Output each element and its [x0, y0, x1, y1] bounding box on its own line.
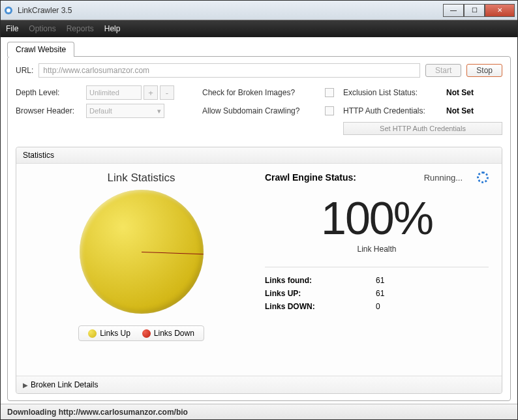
chart-title: Link Statistics: [108, 172, 175, 185]
close-button[interactable]: ✕: [485, 4, 515, 17]
url-row: URL: Start Stop: [16, 63, 502, 78]
app-window: LinkCrawler 3.5 — ☐ ✕ File Options Repor…: [0, 0, 518, 420]
depth-input: [86, 85, 142, 100]
legend-links-down: Links Down: [142, 329, 194, 338]
titlebar[interactable]: LinkCrawler 3.5 — ☐ ✕: [1, 1, 517, 20]
window-title: LinkCrawler 3.5: [18, 6, 443, 15]
swatch-down-icon: [142, 329, 151, 338]
content-panel: URL: Start Stop Depth Level: + - Check f…: [7, 56, 511, 401]
url-label: URL:: [16, 66, 33, 75]
links-down-row: Links DOWN:0: [265, 302, 489, 311]
config-grid: Depth Level: + - Check for Broken Images…: [16, 85, 502, 135]
menu-file[interactable]: File: [6, 24, 18, 33]
statistics-section: Statistics Link Statistics Links Up Link…: [16, 147, 502, 394]
broken-images-label: Check for Broken Images?: [202, 88, 320, 97]
start-button: Start: [425, 64, 461, 77]
menubar: File Options Reports Help: [1, 20, 517, 37]
browser-header-label: Browser Header:: [16, 106, 81, 115]
window-controls: — ☐ ✕: [443, 4, 515, 17]
engine-status-column: Crawl Engine Status: Running... 100% Lin…: [265, 172, 489, 368]
menu-help[interactable]: Help: [104, 24, 121, 33]
stop-button[interactable]: Stop: [466, 64, 502, 77]
exclusion-value: Not Set: [446, 88, 502, 97]
auth-label: HTTP Auth Credentials:: [343, 106, 441, 115]
chevron-down-icon: ▾: [157, 107, 161, 115]
tab-bar: Crawl Website: [1, 37, 517, 56]
pie-chart: [80, 190, 204, 314]
engine-status-value: Running...: [424, 173, 463, 183]
statistics-header: Statistics: [16, 147, 502, 164]
minimize-button[interactable]: —: [443, 4, 464, 17]
caret-right-icon: ▶: [23, 382, 28, 389]
depth-minus-button: -: [160, 85, 174, 100]
chart-legend: Links Up Links Down: [78, 325, 204, 341]
exclusion-label: Exclusion List Status:: [343, 88, 441, 97]
browser-header-combo: Default▾: [86, 104, 164, 118]
legend-links-up: Links Up: [88, 329, 130, 338]
depth-plus-button: +: [144, 85, 158, 100]
swatch-up-icon: [88, 329, 97, 338]
menu-reports: Reports: [67, 24, 94, 33]
spinner-icon: [477, 172, 489, 183]
url-input[interactable]: [38, 63, 420, 78]
statusbar: Downloading http://www.carlosumanzor.com…: [1, 404, 517, 419]
engine-status-label: Crawl Engine Status:: [265, 172, 356, 183]
statistics-body: Link Statistics Links Up Links Down Craw…: [16, 164, 502, 376]
maximize-button[interactable]: ☐: [464, 4, 485, 17]
broken-images-checkbox[interactable]: [325, 88, 334, 97]
broken-link-details-toggle[interactable]: ▶ Broken Link Details: [16, 376, 502, 393]
tab-crawl-website[interactable]: Crawl Website: [7, 42, 74, 57]
links-found-row: Links found:61: [265, 276, 489, 285]
set-auth-button[interactable]: Set HTTP Auth Credentials: [343, 122, 502, 135]
menu-options: Options: [29, 24, 55, 33]
divider: [265, 267, 489, 267]
subdomain-label: Allow Subdomain Crawling?: [202, 106, 320, 115]
svg-point-1: [7, 8, 10, 12]
depth-label: Depth Level:: [16, 88, 81, 97]
link-statistics-column: Link Statistics Links Up Links Down: [29, 172, 253, 368]
link-health-percent: 100%: [265, 192, 489, 245]
engine-status-row: Crawl Engine Status: Running...: [265, 172, 489, 183]
subdomain-checkbox[interactable]: [325, 106, 334, 115]
link-health-label: Link Health: [265, 245, 489, 254]
statusbar-text: Downloading http://www.carlosumanzor.com…: [7, 408, 188, 417]
auth-value: Not Set: [446, 106, 502, 115]
links-up-row: Links UP:61: [265, 289, 489, 298]
app-icon: [3, 5, 14, 16]
